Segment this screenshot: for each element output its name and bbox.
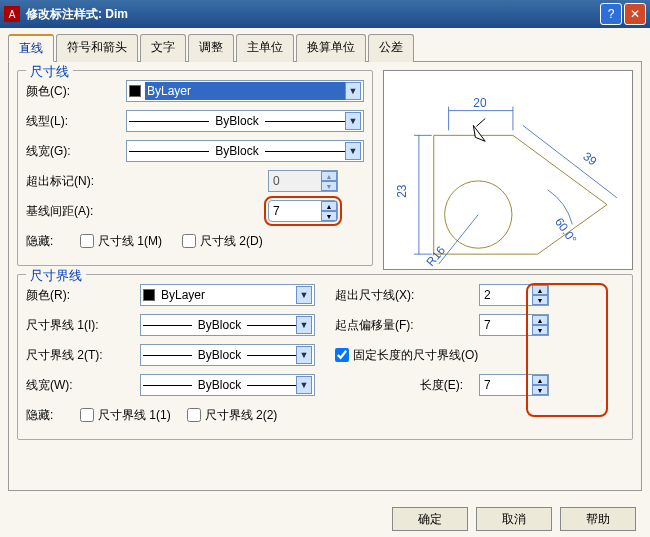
dimline-legend: 尺寸线 [26,63,73,81]
extend-input [269,174,321,188]
linetype-combo[interactable]: ByBlock ▼ [126,110,364,132]
dimline2-checkbox[interactable]: 尺寸线 2(D) [182,233,263,250]
line-sample: ByBlock [143,378,296,392]
app-icon: A [4,6,20,22]
spin-down-icon[interactable]: ▼ [532,295,548,305]
spin-up-icon[interactable]: ▲ [532,375,548,385]
extline1-checkbox[interactable]: 尺寸界线 1(1) [80,407,171,424]
tab-primary[interactable]: 主单位 [236,34,294,62]
group-extline: 尺寸界线 颜色(R): ByLayer ▼ 尺寸界线 1(I): [17,274,633,440]
spin-up-icon: ▲ [321,171,337,181]
svg-text:R16: R16 [423,243,448,269]
color-swatch [129,85,141,97]
cancel-button[interactable]: 取消 [476,507,552,531]
tab-line[interactable]: 直线 [8,34,54,62]
ext-lt1-combo[interactable]: ByBlock ▼ [140,314,315,336]
tab-tolerance[interactable]: 公差 [368,34,414,62]
offset-label: 起点偏移量(F): [335,317,475,334]
extline-legend: 尺寸界线 [26,267,86,285]
ext-color-combo[interactable]: ByLayer ▼ [140,284,315,306]
line-sample: ByBlock [129,114,345,128]
length-input[interactable] [480,378,532,392]
chevron-down-icon[interactable]: ▼ [296,376,312,394]
spin-down-icon[interactable]: ▼ [532,325,548,335]
color-label: 颜色(C): [26,83,122,100]
chevron-down-icon[interactable]: ▼ [296,316,312,334]
length-label: 长度(E): [335,377,475,394]
spin-up-icon[interactable]: ▲ [321,201,337,211]
dimline1-checkbox[interactable]: 尺寸线 1(M) [80,233,162,250]
color-swatch [143,289,155,301]
ext-color-label: 颜色(R): [26,287,136,304]
baseline-label: 基线间距(A): [26,203,122,220]
extend-spinner: ▲▼ [268,170,338,192]
chevron-down-icon[interactable]: ▼ [296,346,312,364]
lineweight-combo[interactable]: ByBlock ▼ [126,140,364,162]
close-button[interactable]: ✕ [624,3,646,25]
color-combo[interactable]: ByLayer ▼ [126,80,364,102]
beyond-spinner[interactable]: ▲▼ [479,284,549,306]
svg-text:20: 20 [473,96,487,110]
svg-text:23: 23 [395,184,409,198]
offset-spinner[interactable]: ▲▼ [479,314,549,336]
baseline-spinner[interactable]: ▲▼ [268,200,338,222]
svg-text:39: 39 [580,149,599,168]
line-sample: ByBlock [143,318,296,332]
help-button[interactable]: ? [600,3,622,25]
spin-down-icon: ▼ [321,181,337,191]
baseline-input[interactable] [269,204,321,218]
spin-down-icon[interactable]: ▼ [532,385,548,395]
ext-hide-label: 隐藏: [26,407,76,424]
fixed-length-checkbox[interactable]: 固定长度的尺寸界线(O) [335,347,478,364]
spin-down-icon[interactable]: ▼ [321,211,337,221]
tab-bar: 直线 符号和箭头 文字 调整 主单位 换算单位 公差 [8,34,642,62]
ext-lw-combo[interactable]: ByBlock ▼ [140,374,315,396]
lineweight-label: 线宽(G): [26,143,122,160]
line-sample: ByBlock [143,348,296,362]
beyond-input[interactable] [480,288,532,302]
tab-alt[interactable]: 换算单位 [296,34,366,62]
beyond-label: 超出尺寸线(X): [335,287,475,304]
chevron-down-icon[interactable]: ▼ [296,286,312,304]
svg-line-8 [439,215,479,264]
extline2-checkbox[interactable]: 尺寸界线 2(2) [187,407,278,424]
tab-text[interactable]: 文字 [140,34,186,62]
hide-label: 隐藏: [26,233,76,250]
chevron-down-icon[interactable]: ▼ [345,112,361,130]
tab-symbols[interactable]: 符号和箭头 [56,34,138,62]
chevron-down-icon[interactable]: ▼ [345,142,361,160]
ext-lt1-label: 尺寸界线 1(I): [26,317,136,334]
line-sample: ByBlock [129,144,345,158]
button-row: 确定 取消 帮助 [392,507,636,531]
chevron-down-icon[interactable]: ▼ [345,82,361,100]
svg-line-7 [523,125,617,197]
ok-button[interactable]: 确定 [392,507,468,531]
titlebar: A 修改标注样式: Dim ? ✕ [0,0,650,28]
ext-color-value: ByLayer [159,286,296,304]
cursor-icon [473,119,485,142]
help-button[interactable]: 帮助 [560,507,636,531]
spin-up-icon[interactable]: ▲ [532,315,548,325]
tab-panel: 尺寸线 颜色(C): ByLayer ▼ 线型(L): ByBlock [8,61,642,491]
offset-input[interactable] [480,318,532,332]
window-title: 修改标注样式: Dim [26,6,598,23]
spin-up-icon[interactable]: ▲ [532,285,548,295]
length-spinner[interactable]: ▲▼ [479,374,549,396]
svg-text:60.0°: 60.0° [552,215,580,246]
ext-lw-label: 线宽(W): [26,377,136,394]
extend-label: 超出标记(N): [26,173,122,190]
tab-fit[interactable]: 调整 [188,34,234,62]
group-dimline: 尺寸线 颜色(C): ByLayer ▼ 线型(L): ByBlock [17,70,373,266]
linetype-label: 线型(L): [26,113,122,130]
preview-svg: 20 23 39 60.0° R16 [384,71,632,269]
ext-lt2-combo[interactable]: ByBlock ▼ [140,344,315,366]
dialog-body: 直线 符号和箭头 文字 调整 主单位 换算单位 公差 尺寸线 颜色(C): By… [0,28,650,537]
color-value: ByLayer [145,82,345,100]
preview-pane: 20 23 39 60.0° R16 [383,70,633,270]
ext-lt2-label: 尺寸界线 2(T): [26,347,136,364]
